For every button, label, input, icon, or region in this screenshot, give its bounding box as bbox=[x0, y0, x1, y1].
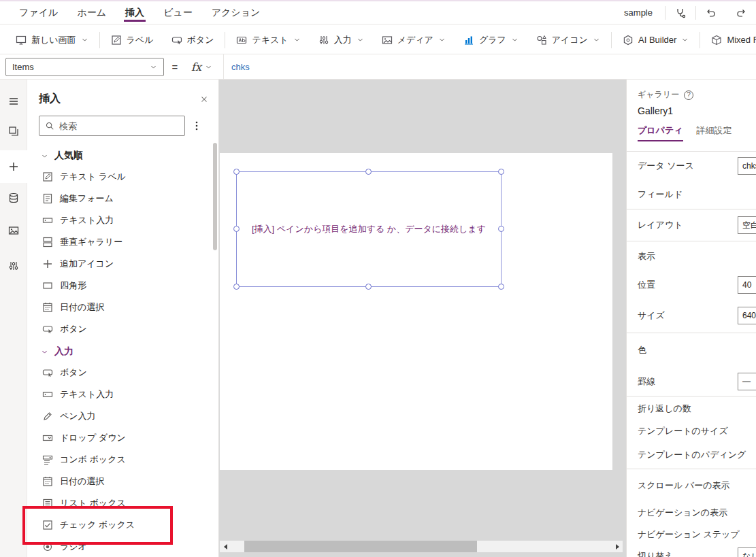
app-checker-button[interactable] bbox=[665, 1, 695, 24]
properties-panel: ギャラリー Gallery1 プロパティ 詳細設定 データ ソース chks フ… bbox=[626, 80, 756, 557]
gallery-control[interactable]: [挿入] ペインから項目を追加する か、データに接続します bbox=[236, 171, 502, 287]
insert-item-button[interactable]: ボタン bbox=[27, 318, 218, 340]
panel-scrollbar-thumb[interactable] bbox=[213, 143, 217, 250]
insert-item-listbox[interactable]: リスト ボックス bbox=[27, 492, 218, 514]
data-source-input[interactable]: chks bbox=[738, 157, 756, 175]
ribbon-input[interactable]: 入力 bbox=[310, 26, 373, 54]
horizontal-scrollbar[interactable] bbox=[220, 541, 623, 552]
selection-handle-se[interactable] bbox=[498, 284, 504, 290]
tab-advanced[interactable]: 詳細設定 bbox=[697, 124, 732, 141]
selection-handle-n[interactable] bbox=[365, 169, 372, 175]
menu-home[interactable]: ホーム bbox=[67, 1, 116, 24]
selection-handle-sw[interactable] bbox=[233, 284, 240, 290]
input-icon bbox=[318, 35, 329, 46]
insert-item-pen-input[interactable]: ペン入力 bbox=[27, 405, 218, 427]
ribbon-mixed-reality[interactable]: Mixed R bbox=[702, 26, 756, 54]
menubar-right: sample bbox=[612, 1, 756, 24]
prop-row-data-source[interactable]: データ ソース chks bbox=[627, 152, 756, 180]
prop-row-template-size[interactable]: テンプレートのサイズ bbox=[627, 421, 756, 441]
prop-row-wrap-count[interactable]: 折り返しの数 bbox=[627, 396, 756, 421]
insert-item-add-icon[interactable]: 追加アイコン bbox=[27, 253, 218, 275]
section-input[interactable]: 入力 bbox=[27, 341, 218, 362]
insert-item-edit-form[interactable]: 編集フォーム bbox=[27, 188, 218, 209]
item-label: 追加アイコン bbox=[60, 258, 114, 270]
layout-input[interactable]: 空白 bbox=[738, 216, 756, 234]
prop-row-position[interactable]: 位置 40 bbox=[627, 271, 756, 299]
data-rail-button[interactable] bbox=[0, 184, 27, 212]
redo-button[interactable] bbox=[726, 1, 756, 24]
prop-row-color[interactable]: 色 bbox=[627, 333, 756, 367]
insert-item-button-2[interactable]: ボタン bbox=[27, 362, 218, 384]
insert-rail-button[interactable] bbox=[0, 150, 27, 183]
insert-item-radio[interactable]: ラジオ bbox=[27, 536, 218, 557]
insert-item-combobox[interactable]: コンボ ボックス bbox=[27, 449, 218, 471]
border-style-input[interactable]: — bbox=[738, 373, 756, 390]
prop-row-transition[interactable]: 切り替え なし bbox=[627, 545, 756, 557]
ribbon-text[interactable]: テキスト bbox=[227, 26, 309, 54]
item-label: ペン入力 bbox=[60, 410, 96, 422]
prop-row-template-padding[interactable]: テンプレートのパディング bbox=[627, 441, 756, 469]
transition-input[interactable]: なし bbox=[738, 547, 756, 557]
selection-handle-nw[interactable] bbox=[233, 169, 240, 175]
scroll-left-arrow-icon[interactable] bbox=[220, 541, 231, 552]
prop-row-show-scrollbar[interactable]: スクロール バーの表示 bbox=[627, 469, 756, 502]
menu-insert[interactable]: 挿入 bbox=[116, 1, 154, 24]
ribbon-ai-builder[interactable]: AI Builder bbox=[614, 26, 697, 54]
section-popular[interactable]: 人気順 bbox=[27, 146, 218, 166]
more-options-button[interactable] bbox=[191, 120, 202, 131]
prop-row-show-navigation[interactable]: ナビゲーションの表示 bbox=[627, 502, 756, 524]
insert-item-text-label[interactable]: テキスト ラベル bbox=[27, 166, 218, 188]
search-icon bbox=[45, 121, 54, 131]
selection-handle-w[interactable] bbox=[233, 226, 240, 232]
position-input[interactable]: 40 bbox=[738, 276, 756, 294]
close-button[interactable] bbox=[199, 95, 209, 104]
fx-selector[interactable]: fx bbox=[186, 61, 218, 73]
selection-handle-e[interactable] bbox=[498, 226, 504, 232]
ribbon-label-button[interactable]: ラベル bbox=[102, 26, 163, 54]
insert-item-text-input[interactable]: テキスト入力 bbox=[27, 209, 218, 231]
size-input[interactable]: 640 bbox=[738, 307, 756, 324]
ribbon-media[interactable]: メディア bbox=[373, 26, 455, 54]
property-selector[interactable]: Items bbox=[5, 58, 164, 76]
ribbon-icons[interactable]: アイコン bbox=[527, 26, 609, 54]
scroll-right-arrow-icon[interactable] bbox=[612, 541, 623, 552]
prop-row-border[interactable]: 罫線 — bbox=[627, 367, 756, 396]
scrollbar-thumb[interactable] bbox=[244, 541, 477, 552]
insert-item-rectangle[interactable]: 四角形 bbox=[27, 275, 218, 297]
search-box[interactable] bbox=[39, 116, 185, 136]
insert-item-date-picker-2[interactable]: 日付の選択 bbox=[27, 471, 218, 492]
insert-item-text-input-2[interactable]: テキスト入力 bbox=[27, 384, 218, 405]
prop-label: レイアウト bbox=[638, 219, 683, 231]
insert-item-dropdown[interactable]: ドロップ ダウン bbox=[27, 427, 218, 449]
insert-item-checkbox[interactable]: チェック ボックス bbox=[27, 514, 218, 536]
prop-row-size[interactable]: サイズ 640 bbox=[627, 299, 756, 333]
menu-file[interactable]: ファイル bbox=[10, 1, 67, 24]
prop-row-navigation-step[interactable]: ナビゲーション ステップ bbox=[627, 524, 756, 545]
scrollbar-track[interactable] bbox=[231, 541, 612, 552]
search-input[interactable] bbox=[59, 121, 179, 131]
menu-action[interactable]: アクション bbox=[202, 1, 270, 24]
insert-item-vertical-gallery[interactable]: 垂直ギャラリー bbox=[27, 231, 218, 253]
help-icon[interactable] bbox=[684, 90, 693, 100]
pen-input-icon bbox=[42, 411, 53, 422]
advanced-tools-button[interactable] bbox=[0, 252, 27, 280]
ribbon-chart[interactable]: グラフ bbox=[455, 26, 527, 54]
prop-row-visible[interactable]: 表示 bbox=[627, 241, 756, 271]
undo-button[interactable] bbox=[696, 1, 726, 24]
app-screen-canvas[interactable]: [挿入] ペインから項目を追加する か、データに接続します bbox=[220, 153, 612, 470]
tab-properties[interactable]: プロパティ bbox=[638, 124, 683, 141]
prop-row-fields[interactable]: フィールド bbox=[627, 180, 756, 209]
menu-view[interactable]: ビュー bbox=[154, 1, 202, 24]
media-rail-button[interactable] bbox=[0, 217, 27, 244]
ribbon-new-screen[interactable]: 新しい画面 bbox=[7, 26, 97, 54]
selection-handle-ne[interactable] bbox=[498, 169, 504, 175]
tree-view-button[interactable] bbox=[0, 118, 27, 145]
hamburger-menu-button[interactable] bbox=[0, 88, 27, 115]
prop-label: フィールド bbox=[638, 188, 683, 201]
selection-handle-s[interactable] bbox=[365, 284, 372, 290]
item-label: 垂直ギャラリー bbox=[60, 236, 122, 248]
prop-row-layout[interactable]: レイアウト 空白 bbox=[627, 209, 756, 241]
formula-input[interactable]: chks bbox=[231, 62, 250, 72]
insert-item-date-picker[interactable]: 日付の選択 bbox=[27, 297, 218, 318]
ribbon-button[interactable]: ボタン bbox=[163, 26, 223, 54]
